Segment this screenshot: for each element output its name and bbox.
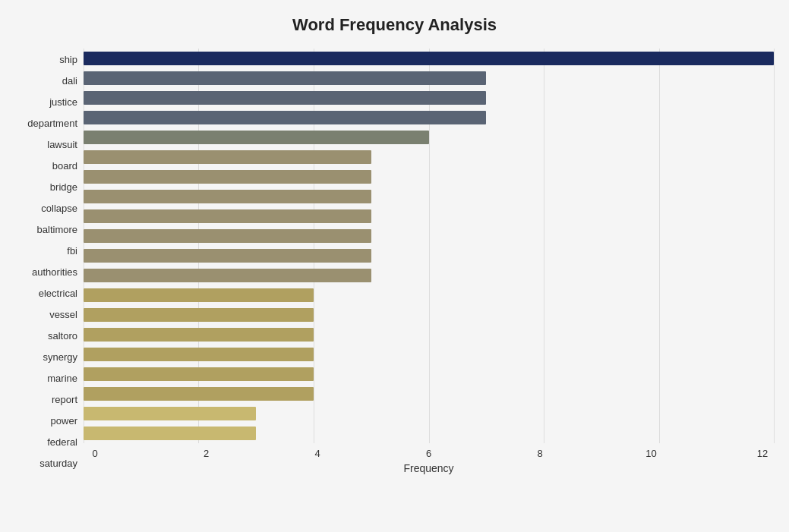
bars-wrapper — [84, 49, 774, 443]
x-axis-tick-label: 12 — [751, 448, 774, 459]
bar-row — [84, 405, 774, 422]
x-axis-tick-label: 8 — [529, 448, 551, 459]
y-axis-label: dali — [62, 72, 77, 89]
x-axis: 024681012 — [84, 448, 774, 459]
y-axis-label: fbi — [67, 242, 77, 259]
bars-and-grid: 024681012 Frequency — [84, 49, 774, 474]
bar — [84, 249, 371, 263]
bar — [84, 131, 429, 144]
bar-row — [84, 287, 774, 304]
y-axis-label: justice — [49, 93, 77, 110]
bar — [84, 288, 314, 302]
bar — [84, 407, 256, 420]
bar-row — [84, 109, 774, 126]
bar-row — [84, 149, 774, 165]
x-axis-tick-label: 4 — [306, 448, 329, 459]
chart-container: Word Frequency Analysis shipdalijusticed… — [0, 0, 789, 532]
bar-row — [84, 326, 774, 343]
bar-row — [84, 366, 774, 382]
y-axis-label: bridge — [50, 178, 77, 195]
bar — [84, 150, 371, 164]
y-axis-label: power — [51, 413, 77, 430]
chart-area: shipdalijusticedepartmentlawsuitboardbri… — [15, 49, 774, 474]
bar-row — [84, 208, 774, 225]
bar — [84, 91, 486, 105]
grid-and-bars — [84, 49, 774, 443]
bar — [84, 269, 371, 282]
y-axis-label: authorities — [32, 263, 77, 280]
x-axis-tick-label: 0 — [84, 448, 106, 459]
bar-row — [84, 247, 774, 264]
bar-row — [84, 228, 774, 244]
y-axis-label: department — [27, 115, 77, 131]
bar-row — [84, 70, 774, 87]
y-axis-label: electrical — [39, 285, 77, 302]
bar — [84, 328, 314, 342]
x-labels: 024681012 — [84, 448, 774, 459]
bar — [84, 427, 256, 440]
y-axis-label: synergy — [43, 349, 77, 366]
bar — [84, 348, 314, 361]
y-axis-label: lawsuit — [47, 136, 77, 153]
bar — [84, 229, 371, 243]
bar-row — [84, 386, 774, 402]
grid-line — [774, 49, 775, 443]
x-axis-tick-label: 6 — [418, 448, 440, 459]
bar — [84, 170, 371, 184]
bar-row — [84, 90, 774, 106]
bar — [84, 71, 486, 85]
y-axis-label: board — [52, 157, 77, 174]
y-axis-label: saturday — [39, 455, 77, 472]
x-axis-tick-label: 2 — [195, 448, 218, 459]
bar — [84, 111, 486, 124]
bar — [84, 367, 314, 381]
y-axis: shipdalijusticedepartmentlawsuitboardbri… — [15, 49, 84, 474]
bar-row — [84, 50, 774, 67]
x-axis-title: Frequency — [84, 462, 774, 474]
bar-row — [84, 129, 774, 146]
bar — [84, 308, 314, 322]
y-axis-label: marine — [47, 370, 77, 387]
y-axis-label: saltoro — [48, 328, 77, 345]
bar — [84, 387, 314, 401]
bar-row — [84, 346, 774, 363]
bar-row — [84, 267, 774, 284]
bar-row — [84, 168, 774, 185]
bar — [84, 209, 371, 223]
bar-row — [84, 307, 774, 323]
y-axis-label: ship — [59, 51, 77, 68]
y-axis-label: federal — [47, 434, 77, 451]
bar-row — [84, 425, 774, 442]
bar — [84, 52, 774, 65]
y-axis-label: vessel — [49, 307, 77, 323]
bar-row — [84, 188, 774, 205]
x-axis-tick-label: 10 — [640, 448, 663, 459]
y-axis-label: collapse — [41, 200, 77, 216]
y-axis-label: report — [52, 392, 77, 408]
chart-title: Word Frequency Analysis — [15, 15, 774, 35]
bar — [84, 190, 371, 203]
y-axis-label: baltimore — [37, 221, 77, 238]
